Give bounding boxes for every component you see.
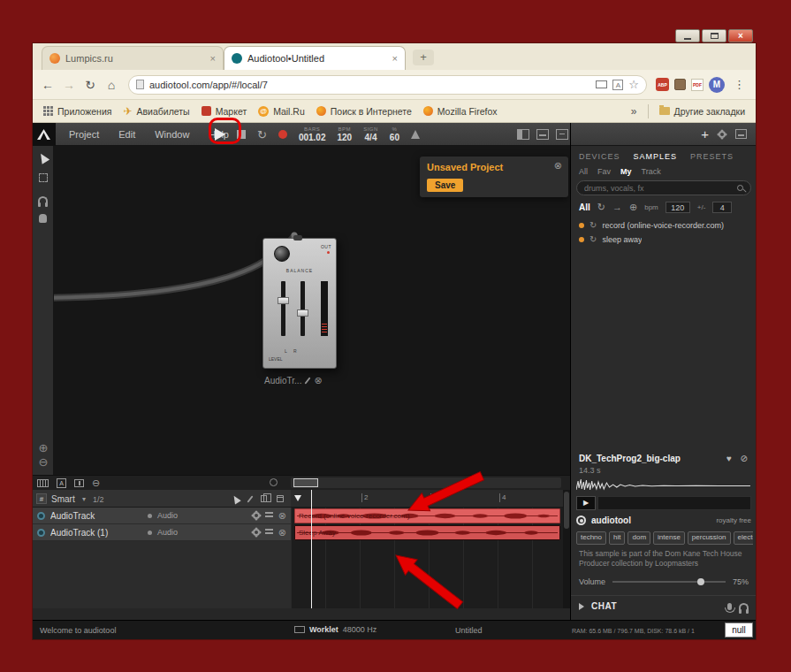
bookmark-mail[interactable]: @ Mail.Ru — [255, 106, 308, 117]
loop-filter-icon[interactable]: ↻ — [597, 202, 605, 212]
zoom-out-icon[interactable]: ⊖ — [39, 456, 49, 468]
volume-thumb[interactable] — [697, 578, 704, 585]
device-close-icon[interactable]: ⊗ — [314, 376, 322, 386]
level-fader[interactable] — [297, 309, 308, 317]
preview-play-button[interactable]: ▶ — [576, 496, 596, 510]
pdf-extension-icon[interactable]: PDF — [691, 79, 704, 91]
globe-icon[interactable]: ⊕ — [629, 202, 637, 212]
other-bookmarks[interactable]: Другие закладки — [656, 106, 749, 117]
tag-chip[interactable]: techno — [576, 531, 606, 545]
sample-author[interactable]: audiotool — [591, 515, 711, 525]
menu-project[interactable]: Project — [59, 129, 109, 140]
metronome-icon[interactable] — [411, 130, 420, 139]
record-arm-dot[interactable] — [148, 514, 152, 518]
collapse-icon[interactable]: ⊖ — [92, 478, 100, 488]
device-name[interactable]: AudioTr... — [264, 376, 301, 386]
timeline-overview[interactable] — [291, 477, 561, 488]
address-bar[interactable]: audiotool.com/app/#/local/7 A ☆ — [128, 75, 647, 95]
notification-close-icon[interactable]: ⊗ — [554, 160, 562, 172]
bpm-filter-input[interactable] — [666, 202, 690, 213]
tag-chip[interactable]: dom — [627, 531, 650, 545]
favorite-heart-icon[interactable]: ♥ — [726, 454, 732, 463]
scope-all[interactable]: All — [579, 202, 590, 212]
select-tool[interactable] — [39, 151, 48, 164]
preview-progress[interactable] — [597, 496, 751, 510]
rename-icon[interactable] — [305, 377, 311, 384]
loop-button[interactable]: ↻ — [257, 129, 267, 141]
site-info-icon[interactable] — [136, 80, 144, 89]
tab-presets[interactable]: PRESETS — [690, 152, 734, 161]
bars-display[interactable]: BARS 001.02 — [299, 126, 326, 142]
clip-lane-area[interactable]: Record (online-voice-recorder.com) Sleep… — [291, 508, 563, 608]
loop-marker[interactable] — [294, 495, 301, 501]
track-delete-icon[interactable]: ⊗ — [278, 511, 286, 521]
sample-waveform[interactable] — [576, 477, 751, 493]
filter-all[interactable]: All — [579, 167, 588, 176]
input-jack[interactable] — [293, 235, 302, 241]
clock-icon[interactable] — [270, 478, 278, 486]
listen-tool[interactable] — [38, 192, 48, 204]
bookmark-apps[interactable]: Приложения — [40, 106, 115, 117]
bpm-display[interactable]: BPM 120 — [338, 126, 353, 142]
play-button[interactable] — [215, 128, 225, 141]
cast-icon[interactable] — [596, 80, 607, 88]
duplicate-icon[interactable] — [261, 495, 267, 502]
automation-icon[interactable]: A — [57, 478, 66, 488]
home-icon[interactable]: ⌂ — [103, 79, 119, 91]
minimize-button[interactable] — [675, 29, 700, 42]
hide-sample-icon[interactable]: ⊘ — [741, 454, 748, 463]
filter-my[interactable]: My — [620, 167, 632, 176]
track-mixer-icon[interactable] — [265, 529, 273, 536]
extension-icon[interactable] — [674, 79, 686, 90]
stop-button[interactable] — [237, 130, 246, 139]
sample-list-item[interactable]: ↻ record (online-voice-recorder.com) — [571, 218, 756, 233]
volume-slider[interactable] — [612, 581, 726, 583]
device-canvas[interactable]: OUT BALANCE LEVEL L R AudioTr... ⊗ Unsav… — [54, 146, 570, 475]
zoom-in-icon[interactable]: ⊕ — [39, 442, 49, 454]
tab-lumpics[interactable]: Lumpics.ru × — [42, 46, 224, 70]
bookmark-market[interactable]: Маркет — [198, 106, 251, 117]
audiotool-logo[interactable] — [33, 123, 56, 146]
reload-icon[interactable]: ↻ — [82, 79, 98, 91]
tab-close-icon[interactable]: × — [210, 53, 216, 64]
filter-fav[interactable]: Fav — [597, 167, 611, 176]
tag-chip[interactable]: intense — [653, 531, 685, 545]
add-device-icon[interactable]: + — [701, 127, 709, 141]
track-row-2[interactable]: AudioTrack (1) Audio ⊗ — [33, 524, 291, 541]
timeline-scrollbar[interactable] — [563, 490, 570, 608]
tab-close-icon[interactable]: × — [392, 53, 398, 64]
bar-ruler[interactable]: 2 3 4 — [291, 490, 563, 508]
signature-display[interactable]: SIGN 4/4 — [363, 126, 378, 142]
save-button[interactable]: Save — [427, 179, 463, 192]
level-fader[interactable] — [278, 297, 289, 304]
mic-icon[interactable] — [727, 603, 732, 610]
adblock-extension-icon[interactable]: ABP — [656, 78, 669, 91]
scrollbar-thumb[interactable] — [564, 492, 569, 529]
snap-mode[interactable]: Smart — [51, 494, 75, 504]
audiotrack-device[interactable]: OUT BALANCE LEVEL L R — [262, 238, 337, 369]
tag-chip[interactable]: hit — [609, 531, 625, 545]
profile-avatar[interactable]: M — [709, 77, 725, 93]
shuffle-display[interactable]: % 60 — [390, 126, 399, 142]
grid-resolution[interactable]: 1/2 — [93, 495, 104, 504]
track-settings-icon[interactable] — [253, 512, 260, 519]
draw-pencil-icon[interactable] — [247, 495, 253, 502]
snap-grid-icon[interactable]: # — [36, 493, 47, 504]
chat-expand-icon[interactable] — [579, 603, 584, 610]
playhead[interactable] — [311, 490, 312, 608]
record-button[interactable] — [278, 130, 287, 139]
clip-record[interactable]: Record (online-voice-recorder.com) — [294, 508, 560, 523]
bookmarks-overflow-icon[interactable]: » — [627, 105, 641, 118]
close-button[interactable]: × — [728, 29, 753, 42]
panel-settings-icon[interactable] — [719, 131, 726, 138]
bookmark-firefox[interactable]: Mozilla Firefox — [420, 106, 501, 117]
piano-roll-icon[interactable] — [37, 479, 49, 487]
tab-samples[interactable]: SAMPLES — [634, 152, 678, 161]
tag-chip[interactable]: electro — [734, 531, 753, 545]
tag-chip[interactable]: percussion — [688, 531, 731, 545]
track-settings-icon[interactable] — [253, 529, 260, 536]
tab-audiotool[interactable]: Audiotool•Untitled × — [224, 46, 406, 70]
rows-view-icon[interactable] — [536, 129, 549, 140]
split-view-icon[interactable] — [517, 129, 529, 140]
track-color-dot[interactable] — [37, 512, 45, 520]
